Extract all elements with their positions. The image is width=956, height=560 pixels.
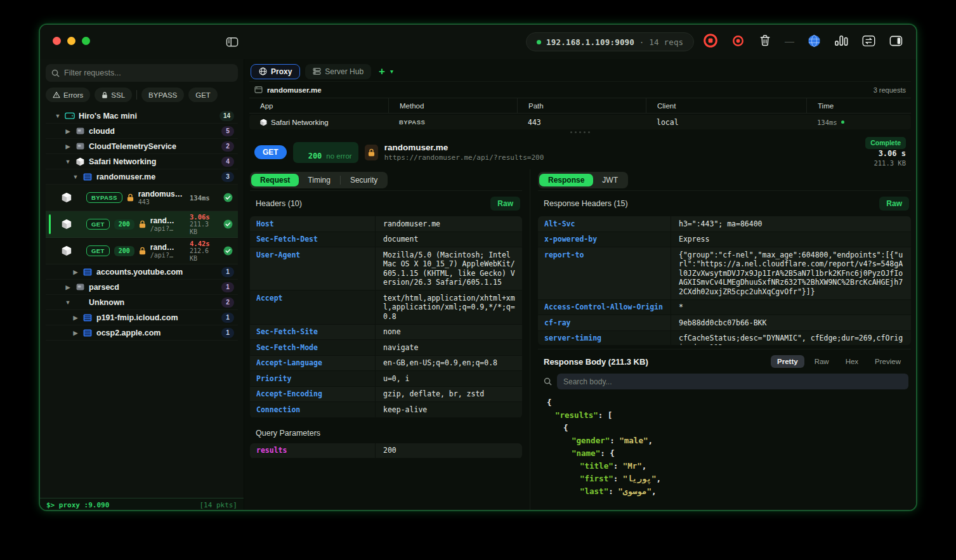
query-parameters-title: Query Parameters xyxy=(256,429,522,438)
query-parameters-table: results200 xyxy=(250,443,522,459)
filter-chip-get[interactable]: GET xyxy=(188,88,218,102)
tab-menu-chevron-icon[interactable]: ▾ xyxy=(390,68,393,75)
chevron-down-icon[interactable]: ▼ xyxy=(65,299,71,306)
chevron-down-icon[interactable]: ▼ xyxy=(55,113,61,119)
tree-app-unknown[interactable]: ▼ Unknown 2 xyxy=(46,295,238,310)
header-row: Accepttext/html,application/xhtml+xml,ap… xyxy=(250,290,522,325)
proxy-address-pill[interactable]: 192.168.1.109:9090 · 14 reqs xyxy=(526,32,694,51)
response-headers-table: Alt-Svch3=":443"; ma=86400 x-powered-byE… xyxy=(538,216,911,345)
request-host: rand… xyxy=(150,243,185,252)
sidebar-status-bar: $> proxy :9.090 [14 pkts] xyxy=(40,498,244,511)
globe-icon xyxy=(808,34,821,48)
close-button[interactable] xyxy=(53,37,61,45)
view-preview[interactable]: Preview xyxy=(868,355,907,368)
clear-requests-button[interactable] xyxy=(757,33,773,48)
add-tab-button[interactable]: + xyxy=(379,65,385,78)
drag-handle[interactable] xyxy=(249,129,911,135)
lock-icon xyxy=(139,247,146,255)
json-body-viewer[interactable]: { "results": [ { "gender": "male", "name… xyxy=(538,389,911,511)
tab-proxy[interactable]: Proxy xyxy=(251,64,300,79)
tree-domain-randomuser[interactable]: ▼ randomuser.me 3 xyxy=(46,169,238,185)
stop-proxy-button[interactable] xyxy=(703,33,718,48)
tab-request[interactable]: Request xyxy=(251,174,299,186)
tab-server-hub[interactable]: Server Hub xyxy=(305,64,371,79)
domain-header: randomuser.me 3 requests xyxy=(249,82,911,98)
map-remote-button[interactable] xyxy=(861,33,876,48)
tree-domain-p191-fmip[interactable]: ▶ p191-fmip.icloud.com 1 xyxy=(46,310,238,325)
chevron-right-icon[interactable]: ▶ xyxy=(72,330,79,336)
request-host: randomuser.me xyxy=(138,190,185,199)
request-row-get[interactable]: GET 200 rand… /api?… 4.42s 212.6 KB xyxy=(46,238,238,264)
tree-app-cloudd[interactable]: ▶ cloudd 5 xyxy=(46,124,238,139)
app-window: 192.168.1.109:9090 · 14 reqs — xyxy=(39,24,917,511)
filter-requests-input[interactable] xyxy=(64,68,232,77)
request-row-get-selected[interactable]: GET 200 rand… /api?… 3.06s 211.3 KB xyxy=(46,211,238,238)
column-app[interactable]: App xyxy=(249,98,388,113)
listening-dot xyxy=(537,40,541,44)
device-label: Hiro's Mac mini xyxy=(79,112,216,120)
tab-timing[interactable]: Timing xyxy=(299,174,339,186)
minimize-button[interactable] xyxy=(67,37,75,45)
tree-domain-ocsp2-apple[interactable]: ▶ ocsp2.apple.com 1 xyxy=(46,325,238,341)
tree-domain-accounts-youtube[interactable]: ▶ accounts.youtube.com 1 xyxy=(46,264,238,280)
tree-app-cloudtelemetryservice[interactable]: ▶ CloudTelemetryService 2 xyxy=(46,139,238,154)
search-body-input[interactable] xyxy=(563,377,902,386)
code-line: "gender": "male", xyxy=(547,434,911,447)
row-app: Safari Networking xyxy=(271,119,329,126)
search-body-field[interactable] xyxy=(557,374,908,389)
filter-chip-ssl[interactable]: SSL xyxy=(95,88,132,102)
chevron-right-icon[interactable]: ▶ xyxy=(65,284,71,290)
main-panel: Proxy Server Hub + ▾ randomuser.me 3 req… xyxy=(244,59,916,511)
status-chip: 200 xyxy=(114,246,134,256)
header-row: report-to{"group":"cf-nel","max_age":604… xyxy=(538,247,911,300)
request-raw-button[interactable]: Raw xyxy=(490,197,520,211)
tab-response[interactable]: Response xyxy=(539,174,593,186)
header-row: Accept-Encodinggzip, deflate, br, zstd xyxy=(250,387,522,403)
toggle-right-panel-button[interactable] xyxy=(888,33,903,48)
stats-button[interactable] xyxy=(834,33,849,48)
request-path: 443 xyxy=(138,199,185,205)
search-icon xyxy=(51,69,60,77)
filter-chip-bypass[interactable]: BYPASS xyxy=(141,88,184,102)
tab-jwt[interactable]: JWT xyxy=(593,174,627,186)
no-icon xyxy=(75,298,85,307)
chevron-right-icon[interactable]: ▶ xyxy=(72,269,79,275)
column-method[interactable]: Method xyxy=(388,98,517,113)
chevron-right-icon[interactable]: ▶ xyxy=(65,128,71,134)
column-client[interactable]: Client xyxy=(646,98,806,113)
server-icon xyxy=(82,268,93,277)
filter-requests-field[interactable] xyxy=(46,64,238,82)
view-hex[interactable]: Hex xyxy=(839,355,865,368)
tab-security[interactable]: Security xyxy=(341,174,386,186)
chevron-right-icon[interactable]: ▶ xyxy=(72,315,79,321)
toggle-sidebar-button[interactable] xyxy=(224,34,240,49)
server-hub-icon xyxy=(313,68,321,75)
record-button[interactable] xyxy=(730,33,745,48)
record-icon xyxy=(732,35,744,47)
filter-chip-errors[interactable]: Errors xyxy=(46,88,90,102)
search-icon xyxy=(544,377,552,386)
tree-device-row[interactable]: ▼ Hiro's Mac mini 14 xyxy=(46,108,238,124)
column-path[interactable]: Path xyxy=(517,98,646,113)
request-path: /api?… xyxy=(150,252,185,259)
header-row: cf-ray9eb88dd0cbc07b66-BKK xyxy=(538,315,911,331)
code-line: { xyxy=(547,396,911,409)
view-raw[interactable]: Raw xyxy=(808,355,835,368)
tree-app-parsecd[interactable]: ▶ parsecd 1 xyxy=(46,280,238,295)
success-check-icon xyxy=(223,219,233,229)
chevron-down-icon[interactable]: ▼ xyxy=(72,174,79,180)
server-icon xyxy=(82,173,93,181)
column-time[interactable]: Time xyxy=(806,98,911,113)
response-body-title: Response Body (211.3 KB) xyxy=(544,357,648,367)
table-row[interactable]: Safari Networking BYPASS 443 local 134ms xyxy=(249,115,911,129)
fullscreen-button[interactable] xyxy=(82,37,90,45)
request-host: rand… xyxy=(150,216,185,225)
chevron-right-icon[interactable]: ▶ xyxy=(65,143,71,150)
network-button[interactable] xyxy=(806,33,822,48)
response-raw-button[interactable]: Raw xyxy=(879,197,909,211)
tree-app-safari-networking[interactable]: ▼ Safari Networking 4 xyxy=(46,154,238,169)
request-row-bypass[interactable]: BYPASS randomuser.me 443 134ms xyxy=(46,185,238,211)
chevron-down-icon[interactable]: ▼ xyxy=(65,159,71,165)
view-pretty[interactable]: Pretty xyxy=(771,355,804,368)
server-icon xyxy=(82,329,93,337)
